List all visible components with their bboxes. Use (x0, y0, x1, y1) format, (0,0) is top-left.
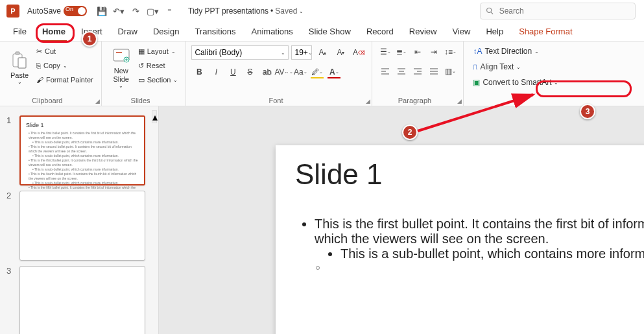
font-launcher[interactable]: ◢ (366, 98, 370, 104)
font-group-label: Font (186, 97, 365, 104)
paste-button[interactable]: Paste ⌄ (5, 44, 34, 91)
text-direction-icon: ↕A (473, 47, 482, 56)
tab-slideshow[interactable]: Slide Show (302, 24, 357, 39)
numbering-button[interactable]: ≣⌄ (394, 45, 409, 59)
tab-insert[interactable]: Insert (75, 24, 109, 39)
sub-bullet-item[interactable]: This is a sub-bullet point, which contai… (340, 246, 644, 261)
group-font: Calibri (Body)⌄ 19+⌄ A▴ A▾ A⌫ B I U S ab… (186, 42, 372, 106)
align-left-button[interactable] (377, 64, 393, 78)
tab-record[interactable]: Record (360, 24, 400, 39)
tab-view[interactable]: View (446, 24, 477, 39)
clipboard-launcher[interactable]: ◢ (95, 98, 100, 104)
highlight-button[interactable]: 🖉⌄ (309, 65, 325, 79)
copy-icon: ⎘ (36, 62, 41, 69)
search-box[interactable] (480, 3, 636, 19)
redo-icon[interactable]: ↷ (129, 5, 142, 18)
thumbnail-row[interactable]: 2 (0, 188, 158, 263)
font-size-combo[interactable]: 19+⌄ (291, 45, 312, 60)
decrease-font-button[interactable]: A▾ (333, 45, 348, 60)
columns-button[interactable]: ▥⌄ (442, 64, 458, 78)
thumbnail-row[interactable]: 1Slide 1• This is the first bullet point… (0, 113, 158, 188)
search-input[interactable] (499, 6, 630, 16)
thumbnail-slide[interactable] (19, 266, 145, 334)
decrease-indent-button[interactable]: ⇤ (410, 45, 425, 59)
slide-canvas[interactable]: Slide 1 This is the first bullet point. … (159, 106, 644, 334)
tab-animations[interactable]: Animations (245, 24, 300, 39)
align-center-button[interactable] (394, 64, 409, 78)
layout-button[interactable]: ▦Layout⌄ (136, 44, 181, 58)
align-right-button[interactable] (410, 64, 425, 78)
thumbnail-number: 1 (6, 115, 14, 185)
textbox-handle[interactable] (316, 266, 320, 270)
autosave-toggle[interactable]: On (64, 6, 87, 16)
brush-icon: 🖌 (36, 76, 43, 84)
convert-smartart-button[interactable]: ▣ Convert to SmartArt⌄ (469, 75, 562, 89)
svg-rect-4 (18, 58, 26, 68)
bullets-button[interactable]: ☰⌄ (377, 45, 393, 59)
increase-indent-button[interactable]: ⇥ (426, 45, 442, 59)
tab-file[interactable]: File (6, 24, 33, 39)
app-icon: P (6, 5, 19, 18)
workspace: ▴ 1Slide 1• This is the first bullet poi… (0, 106, 644, 334)
copy-button[interactable]: ⎘Copy⌄ (34, 58, 96, 73)
tab-shape-format[interactable]: Shape Format (512, 24, 578, 39)
autosave-label: AutoSave (27, 6, 61, 16)
slide-body-textbox[interactable]: This is the first bullet point. It conta… (295, 217, 644, 261)
cut-button[interactable]: ✂Cut (34, 44, 96, 58)
slide-thumbnail-panel[interactable]: ▴ 1Slide 1• This is the first bullet poi… (0, 106, 159, 334)
strikethrough-button[interactable]: S (242, 65, 257, 79)
shadow-button[interactable]: ab (259, 65, 274, 79)
tab-help[interactable]: Help (479, 24, 510, 39)
tab-home[interactable]: Home (36, 24, 72, 39)
qat-overflow-icon[interactable]: ⁼ (163, 5, 176, 18)
font-name-combo[interactable]: Calibri (Body)⌄ (191, 45, 289, 60)
paragraph-launcher[interactable]: ◢ (457, 98, 462, 104)
reset-button[interactable]: ↺Reset (136, 58, 181, 73)
tab-design[interactable]: Design (147, 24, 185, 39)
clear-formatting-button[interactable]: A⌫ (351, 45, 366, 60)
section-icon: ▭ (138, 76, 145, 84)
format-painter-button[interactable]: 🖌Format Painter (34, 73, 96, 87)
line-spacing-button[interactable]: ↕≡⌄ (442, 45, 458, 59)
thumbnail-number: 2 (6, 191, 14, 261)
toggle-knob (78, 7, 86, 15)
group-slides: New Slide ⌄ ▦Layout⌄ ↺Reset ▭Section⌄ Sl… (102, 42, 187, 106)
italic-button[interactable]: I (208, 65, 224, 79)
thumbnail-slide[interactable]: Slide 1• This is the first bullet point.… (19, 115, 145, 185)
thumbnail-row[interactable]: 3 (0, 263, 158, 334)
new-slide-button[interactable]: New Slide ⌄ (107, 44, 136, 91)
align-text-icon: ⎍ (473, 62, 477, 71)
align-text-button[interactable]: ⎍ Align Text⌄ (469, 60, 562, 74)
ribbon-tabs: File Home Insert Draw Design Transitions… (0, 22, 644, 42)
cut-icon: ✂ (36, 47, 42, 56)
document-title[interactable]: Tidy PPT presentations • Saved ⌄ (188, 6, 304, 16)
tab-transitions[interactable]: Transitions (188, 24, 242, 39)
save-icon[interactable]: 💾 (95, 5, 108, 18)
reset-icon: ↺ (138, 62, 144, 70)
increase-font-button[interactable]: A▴ (315, 45, 330, 60)
group-paragraph: ☰⌄ ≣⌄ ⇤ ⇥ ↕≡⌄ ▥⌄ Paragraph ◢ (372, 42, 464, 106)
tab-review[interactable]: Review (403, 24, 444, 39)
slide-title[interactable]: Slide 1 (295, 158, 644, 191)
svg-rect-3 (16, 52, 19, 54)
tab-draw[interactable]: Draw (112, 24, 144, 39)
slide-editor[interactable]: Slide 1 This is the first bullet point. … (276, 145, 644, 334)
clipboard-group-label: Clipboard (0, 97, 95, 104)
present-icon[interactable]: ▢▾ (146, 5, 159, 18)
justify-button[interactable] (426, 64, 442, 78)
char-spacing-button[interactable]: AV↔⌄ (276, 65, 291, 79)
title-bar: P AutoSave On 💾 ↶▾ ↷ ▢▾ ⁼ Tidy PPT prese… (0, 0, 644, 22)
section-button[interactable]: ▭Section⌄ (136, 73, 181, 87)
text-direction-button[interactable]: ↕A Text Direction⌄ (469, 44, 562, 58)
change-case-button[interactable]: Aa⌄ (292, 65, 308, 79)
thumbnail-slide[interactable] (19, 191, 145, 261)
search-icon (486, 6, 494, 16)
bullet-item[interactable]: This is the first bullet point. It conta… (315, 217, 644, 261)
paragraph-group-label: Paragraph (372, 97, 457, 104)
font-color-button[interactable]: A⌄ (326, 65, 342, 79)
ribbon: Paste ⌄ ✂Cut ⎘Copy⌄ 🖌Format Painter Clip… (0, 42, 644, 106)
undo-icon[interactable]: ↶▾ (112, 5, 125, 18)
bold-button[interactable]: B (191, 65, 207, 79)
underline-button[interactable]: U (225, 65, 241, 79)
thumb-scroll-up[interactable]: ▴ (152, 110, 157, 123)
